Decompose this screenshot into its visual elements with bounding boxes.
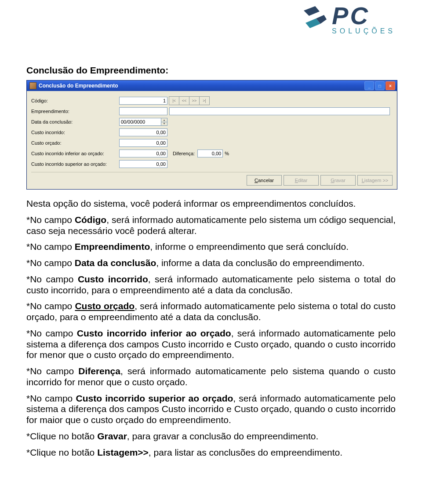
data-conclusao-input[interactable]: 00/00/0000 (119, 118, 161, 126)
paragraph-custo-orcado: *No campo Custo orçado, será informado a… (26, 301, 396, 323)
paragraph-diferenca: *No campo Diferença, será informado auto… (26, 366, 396, 388)
empreendimento-code-input[interactable] (119, 107, 167, 115)
paragraph-listagem: *Clique no botão Listagem>>, para listar… (26, 447, 396, 458)
listagem-button[interactable]: Listagem >> (357, 175, 393, 186)
paragraph-data-conclusao: *No campo Data da conclusão, informe a d… (26, 258, 396, 269)
codigo-input[interactable]: 1 (119, 97, 167, 105)
section-title: Conclusão do Empreendimento: (26, 65, 396, 76)
logo-brand-text: PC (332, 4, 396, 28)
empreendimento-name-input[interactable] (169, 107, 390, 115)
logo-subtitle: SOLUÇÕES (332, 27, 396, 35)
label-custo-orcado: Custo orçado: (31, 140, 119, 146)
gravar-button[interactable]: Gravar (320, 175, 356, 186)
diferenca-input[interactable]: 0,00 (197, 150, 223, 157)
intro-paragraph: Nesta opção do sistema, você poderá info… (26, 198, 396, 209)
window-app-icon (29, 82, 36, 89)
label-codigo: Código: (31, 98, 119, 103)
date-spinner[interactable]: ▲▼ (161, 118, 167, 126)
window-title-text: Conclusão do Empreendimento (39, 83, 364, 89)
custo-orcado-input[interactable]: 0,00 (119, 139, 167, 147)
document-body: Nesta opção do sistema, você poderá info… (26, 198, 396, 458)
nav-next-button[interactable]: >> (189, 96, 200, 105)
cancelar-button[interactable]: Cancelar (247, 175, 282, 186)
nav-first-button[interactable]: |< (169, 96, 179, 105)
paragraph-codigo: *No campo Código, será informado automat… (26, 215, 396, 237)
paragraph-empreendimento: *No campo Empreendimento, informe o empr… (26, 241, 396, 252)
custo-inferior-input[interactable]: 0,00 (119, 150, 167, 157)
percent-label: % (225, 151, 229, 156)
maximize-button[interactable]: □ (375, 81, 385, 90)
label-custo-superior: Custo incorrido superior ao orçado: (31, 161, 119, 167)
spinner-up-icon: ▲ (161, 118, 167, 122)
logo-mark-icon (303, 5, 328, 37)
label-custo-incorrido: Custo incorrido: (31, 130, 119, 135)
window-titlebar: Conclusão do Empreendimento _ □ × (27, 80, 397, 91)
custo-superior-input[interactable]: 0,00 (119, 160, 167, 168)
editar-button[interactable]: Editar (284, 175, 319, 186)
label-custo-inferior: Custo incorrido inferior ao orçado: (31, 151, 119, 156)
form-window: Conclusão do Empreendimento _ □ × Código… (26, 80, 397, 190)
spinner-down-icon: ▼ (161, 122, 167, 126)
nav-last-button[interactable]: >| (199, 96, 210, 105)
label-data-conclusao: Data da conclusão: (31, 119, 119, 124)
paragraph-custo-inferior: *No campo Custo incorrido inferior ao or… (26, 328, 396, 361)
brand-logo: PC SOLUÇÕES (303, 5, 396, 37)
paragraph-gravar: *Clique no botão Gravar, para gravar a c… (26, 431, 396, 442)
label-empreendimento: Empreendimento: (31, 109, 119, 114)
custo-incorrido-input[interactable]: 0,00 (119, 128, 167, 136)
minimize-button[interactable]: _ (364, 81, 374, 90)
label-diferenca: Diferença: (173, 151, 195, 156)
paragraph-custo-superior: *No campo Custo incorrido superior ao or… (26, 393, 396, 426)
nav-prev-button[interactable]: << (179, 96, 189, 105)
paragraph-custo-incorrido: *No campo Custo incorrido, será informad… (26, 274, 396, 296)
close-button[interactable]: × (386, 81, 395, 90)
